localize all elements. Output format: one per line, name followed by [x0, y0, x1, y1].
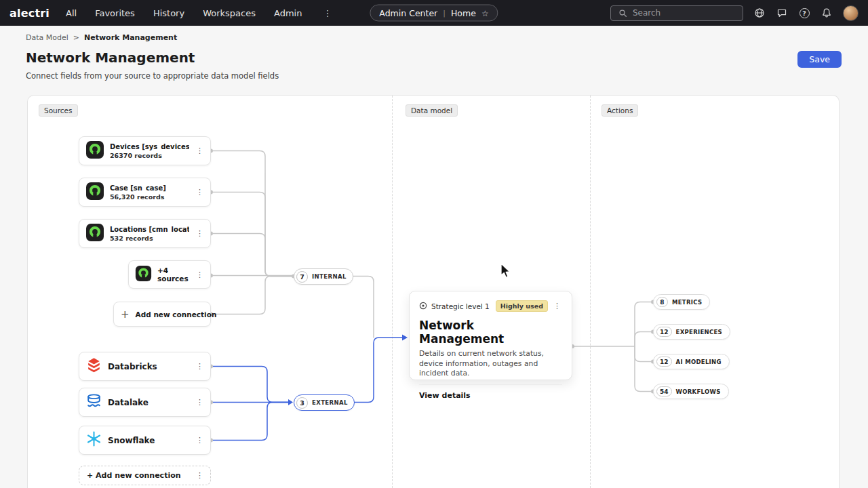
topbar: alectri All Favorites History Workspaces… — [0, 0, 868, 26]
breadcrumb-current: Network Management — [84, 33, 177, 42]
app-logo[interactable]: alectri — [9, 7, 50, 20]
action-pill-ai-modeling[interactable]: 12 AI MODELING — [653, 354, 730, 369]
nav-item-admin[interactable]: Admin — [274, 8, 302, 18]
context-divider: | — [443, 9, 446, 18]
breadcrumb-separator-icon: > — [73, 33, 79, 42]
source-card-text: Case [sn_case] 56,320 records — [110, 184, 189, 201]
source-card-text: Locations [cmn_location] 532 records — [110, 226, 189, 242]
kebab-icon[interactable]: ⋮ — [195, 471, 205, 480]
source-title: Devices [sys_devices] — [110, 143, 189, 150]
admin-center-app: alectri All Favorites History Workspaces… — [0, 0, 868, 488]
external-group-pill[interactable]: 3 EXTERNAL — [294, 394, 355, 411]
kebab-icon[interactable]: ⋮ — [195, 362, 205, 371]
source-title: Snowflake — [108, 436, 189, 445]
highly-used-badge: Highly used — [496, 300, 548, 312]
breadcrumb-parent[interactable]: Data Model — [26, 33, 68, 42]
help-icon[interactable]: ? — [798, 7, 810, 19]
model-card-divider — [419, 384, 562, 385]
source-title: Case [sn_case] — [110, 184, 189, 192]
column-label-sources: Sources — [39, 104, 78, 117]
mapping-canvas: Sources Data model Actions Devices [sys_… — [27, 95, 840, 488]
context-switcher[interactable]: Admin Center | Home ☆ — [370, 5, 498, 22]
source-title: Locations [cmn_location] — [110, 226, 189, 233]
model-card-header: Strategic level 1 Highly used ⋮ — [419, 300, 562, 312]
data-model-card[interactable]: Strategic level 1 Highly used ⋮ Network … — [409, 291, 572, 380]
servicenow-icon — [135, 265, 152, 285]
breadcrumb: Data Model > Network Management — [26, 33, 177, 42]
plus-icon: + — [121, 308, 130, 321]
databricks-icon — [85, 357, 102, 376]
more-sources-label: +4 sources — [157, 266, 189, 283]
topbar-right: ? — [610, 5, 859, 21]
help-glyph: ? — [802, 9, 806, 17]
add-connection-dashed-label: + Add new connection — [87, 471, 195, 480]
user-avatar[interactable] — [843, 5, 859, 21]
kebab-icon[interactable]: ⋮ — [552, 302, 562, 310]
source-card-case[interactable]: Case [sn_case] 56,320 records ⋮ — [79, 178, 211, 207]
internal-group-pill[interactable]: 7 INTERNAL — [294, 268, 353, 285]
search-input[interactable] — [633, 8, 737, 18]
experiences-count-badge: 12 — [656, 327, 672, 337]
favorite-star-icon[interactable]: ☆ — [481, 8, 489, 18]
source-card-text: Devices [sys_devices] 26370 records — [110, 143, 189, 159]
nav-item-all[interactable]: All — [66, 8, 77, 18]
model-card-title: Network Management — [419, 319, 562, 346]
kebab-icon[interactable]: ⋮ — [195, 229, 205, 238]
ai-modeling-count-badge: 12 — [656, 357, 672, 367]
source-records: 26370 records — [110, 152, 189, 159]
context-primary: Admin Center — [379, 8, 437, 18]
context-secondary: Home — [451, 8, 476, 18]
kebab-icon[interactable]: ⋮ — [195, 146, 205, 155]
source-card-snowflake[interactable]: Snowflake ⋮ — [79, 426, 211, 455]
metrics-count-badge: 8 — [656, 297, 668, 307]
source-card-devices[interactable]: Devices [sys_devices] 26370 records ⋮ — [79, 136, 211, 165]
primary-nav: All Favorites History Workspaces Admin ⋮ — [66, 8, 332, 18]
chat-icon[interactable] — [776, 7, 788, 19]
add-connection-card[interactable]: + Add new connection — [113, 302, 211, 327]
nav-item-favorites[interactable]: Favorites — [95, 8, 135, 18]
kebab-icon[interactable]: ⋮ — [195, 270, 205, 279]
internal-group-label: INTERNAL — [312, 273, 347, 280]
datalake-icon — [85, 392, 102, 412]
source-records: 56,320 records — [110, 193, 189, 201]
kebab-icon[interactable]: ⋮ — [195, 398, 205, 407]
page-title: Network Management — [26, 49, 195, 66]
strategic-level-label: Strategic level 1 — [431, 302, 490, 310]
strategic-level-icon — [419, 300, 427, 312]
globe-icon[interactable] — [753, 7, 766, 19]
more-sources-card[interactable]: +4 sources ⋮ — [128, 260, 211, 289]
workflows-label: WORKFLOWS — [676, 388, 721, 395]
external-group-label: EXTERNAL — [312, 399, 348, 406]
experiences-label: EXPERIENCES — [676, 329, 723, 336]
source-records: 532 records — [110, 235, 189, 242]
source-card-databricks[interactable]: Databricks ⋮ — [79, 352, 211, 381]
model-card-description: Details on current network status, devic… — [419, 349, 565, 379]
nav-item-workspaces[interactable]: Workspaces — [203, 8, 256, 18]
source-title: Datalake — [108, 398, 189, 407]
view-details-link[interactable]: View details — [419, 391, 471, 400]
action-pill-workflows[interactable]: 54 WORKFLOWS — [653, 384, 729, 399]
servicenow-icon — [85, 140, 104, 162]
add-connection-dashed-card[interactable]: + Add new connection ⋮ — [79, 466, 211, 485]
ai-modeling-label: AI MODELING — [676, 359, 722, 365]
global-search[interactable] — [610, 5, 743, 21]
search-icon — [616, 7, 629, 19]
save-button[interactable]: Save — [797, 51, 842, 68]
action-pill-metrics[interactable]: 8 METRICS — [653, 294, 710, 310]
column-label-data-model: Data model — [406, 104, 458, 117]
kebab-icon[interactable]: ⋮ — [195, 436, 205, 445]
kebab-icon[interactable]: ⋮ — [195, 188, 205, 197]
action-pill-experiences[interactable]: 12 EXPERIENCES — [653, 324, 730, 340]
nav-overflow-kebab-icon[interactable]: ⋮ — [323, 8, 332, 18]
workflows-count-badge: 54 — [656, 386, 672, 396]
nav-item-history[interactable]: History — [153, 8, 184, 18]
source-card-datalake[interactable]: Datalake ⋮ — [79, 388, 211, 417]
internal-count-badge: 7 — [296, 271, 308, 283]
column-label-actions: Actions — [601, 104, 638, 117]
add-connection-label: Add new connection — [136, 310, 217, 319]
source-card-locations[interactable]: Locations [cmn_location] 532 records ⋮ — [79, 219, 211, 248]
servicenow-icon — [85, 182, 104, 203]
metrics-label: METRICS — [672, 299, 702, 306]
external-count-badge: 3 — [296, 397, 308, 409]
notifications-bell-icon[interactable] — [821, 7, 833, 19]
